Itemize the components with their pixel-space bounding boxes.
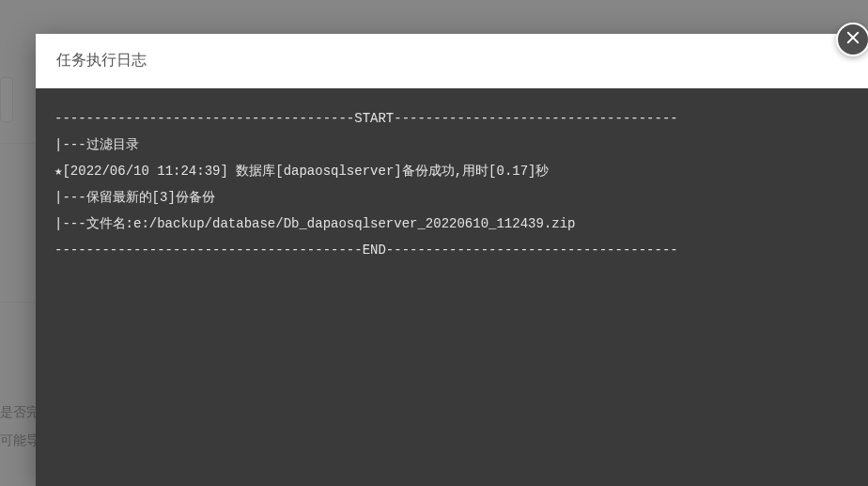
log-line: |---过滤目录 [54,132,849,158]
close-icon [845,29,861,50]
close-button[interactable] [836,23,868,56]
log-modal: 任务执行日志 ---------------------------------… [36,34,868,486]
log-divider-end: ---------------------------------------E… [54,237,849,263]
log-divider-start: --------------------------------------ST… [54,105,849,132]
log-line: |---文件名:e:/backup/database/Db_dapaosqlse… [54,211,849,237]
modal-title: 任务执行日志 [56,51,147,71]
log-line: ★[2022/06/10 11:24:39] 数据库[dapaosqlserve… [54,158,849,184]
log-line: |---保留最新的[3]份备份 [54,184,849,211]
log-console: --------------------------------------ST… [36,88,868,486]
modal-header: 任务执行日志 [36,34,868,88]
